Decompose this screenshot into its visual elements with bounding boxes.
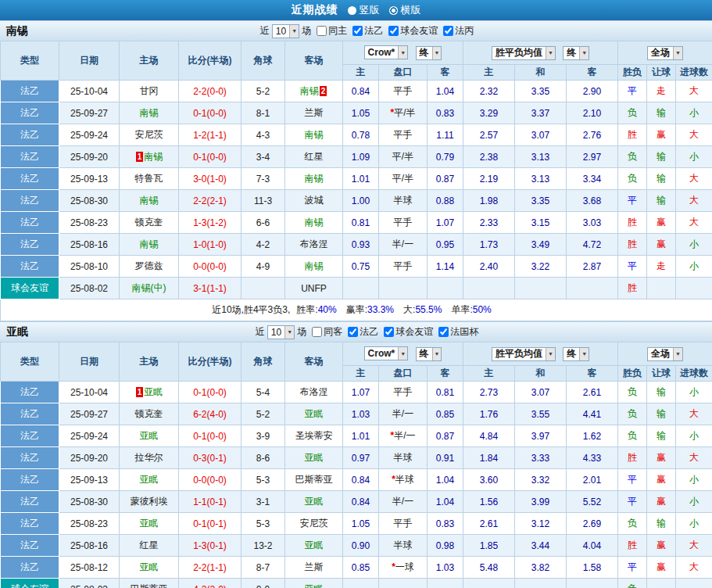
odds-time-select[interactable]: 终▼: [416, 46, 442, 60]
other-comp-checkbox[interactable]: [438, 327, 449, 337]
team-link[interactable]: 亚眠: [140, 561, 159, 572]
same-venue-checkbox[interactable]: [317, 26, 327, 36]
euro-draw-odds: 3.12: [515, 513, 567, 535]
filter-friendly[interactable]: 球会友谊: [388, 24, 438, 38]
scope-select[interactable]: 全场▼: [647, 347, 683, 361]
summary-stat-value: 50%: [473, 304, 492, 315]
euro-away-odds: 1.58: [567, 557, 618, 579]
layout-option-vertical[interactable]: 竖版: [348, 3, 380, 17]
team-link[interactable]: 南锡(中): [132, 282, 166, 293]
layout-option-horizontal[interactable]: 横版: [389, 3, 421, 17]
team-link[interactable]: 南锡: [144, 151, 163, 162]
team-link[interactable]: 罗德兹: [135, 260, 163, 271]
euro-draw-odds: [515, 579, 567, 588]
radio-icon[interactable]: [348, 6, 356, 15]
handicap-result: 赢: [647, 491, 676, 513]
ah-home-odds: 0.84: [343, 81, 379, 102]
match-count-select[interactable]: 10▼: [272, 24, 299, 38]
summary-stat-label: 单率:: [451, 304, 472, 315]
team-link[interactable]: 巴斯蒂亚: [131, 583, 168, 588]
ligue2-checkbox[interactable]: [352, 26, 363, 36]
team-link[interactable]: 蒙彼利埃: [131, 496, 168, 507]
team-link[interactable]: 亚眠: [140, 430, 159, 441]
team-link[interactable]: 特鲁瓦: [135, 173, 163, 184]
friendly-checkbox[interactable]: [388, 26, 399, 36]
match-score: 2-2(1-1): [179, 557, 242, 579]
asian-odds-group-header: Crow*▼ 终▼: [343, 342, 463, 366]
team-link[interactable]: 布洛涅: [300, 386, 328, 397]
match-result: 负: [618, 102, 647, 124]
team-link[interactable]: 布洛涅: [300, 238, 328, 249]
radio-icon[interactable]: [389, 6, 398, 15]
team-link[interactable]: 南锡: [140, 238, 159, 249]
team-link[interactable]: UNFP: [301, 283, 327, 294]
team-link[interactable]: 顿克奎: [135, 408, 163, 419]
other-comp-checkbox[interactable]: [443, 26, 453, 36]
filter-same-venue[interactable]: 同客: [312, 325, 342, 339]
team-link[interactable]: 兰斯: [305, 107, 324, 118]
match-score: 0-1(0-0): [179, 425, 242, 447]
euro-odds-select[interactable]: 胜平负均值▼: [492, 347, 556, 361]
odds-company-select[interactable]: Crow*▼: [364, 346, 409, 360]
filter-same-venue[interactable]: 同主: [317, 24, 347, 38]
team-link[interactable]: 南锡: [140, 195, 159, 206]
filter-other-comp[interactable]: 法丙: [443, 24, 474, 38]
team-link[interactable]: 红星: [140, 540, 159, 550]
scope-select[interactable]: 全场▼: [647, 46, 683, 60]
goals-result: 小: [676, 513, 712, 535]
filter-ligue2[interactable]: 法乙: [348, 325, 378, 339]
team-link[interactable]: 亚眠: [305, 496, 324, 507]
team-link[interactable]: 南锡: [305, 173, 324, 184]
ah-home-odds: [343, 278, 379, 299]
odds-time-select[interactable]: 终▼: [416, 347, 442, 361]
away-team: 南锡: [285, 168, 343, 190]
match-row: 法乙25-08-16红星1-3(0-1)13-2亚眠0.90半球0.981.85…: [1, 535, 712, 557]
team-link[interactable]: 安尼茨: [300, 518, 328, 529]
matches-tbody-1: 法乙25-10-04甘冈2-2(0-0)5-2南锡20.84平手1.042.32…: [1, 81, 712, 321]
ligue2-checkbox[interactable]: [348, 327, 358, 337]
team-link[interactable]: 甘冈: [140, 85, 159, 96]
team-link[interactable]: 亚眠: [305, 452, 324, 463]
team-link[interactable]: 亚眠: [140, 474, 159, 485]
team-link[interactable]: 南锡: [305, 260, 324, 271]
dropdown-arrow-icon: ▼: [546, 348, 555, 360]
ah-home-odds: 0.78: [343, 124, 379, 146]
team-link[interactable]: 圣埃蒂安: [295, 430, 333, 441]
col-goals: 进球数: [676, 366, 712, 382]
team-link[interactable]: 安尼茨: [135, 129, 163, 140]
team-link[interactable]: 亚眠: [305, 408, 324, 419]
match-count-select[interactable]: 10▼: [267, 325, 295, 339]
filter-ligue2[interactable]: 法乙: [352, 24, 383, 38]
euro-time-select[interactable]: 终▼: [563, 46, 589, 60]
team-link[interactable]: 南锡: [305, 129, 324, 140]
team-link[interactable]: 亚眠: [144, 386, 163, 397]
odds-company-select[interactable]: Crow*▼: [364, 45, 409, 59]
team-link[interactable]: 亚眠: [305, 540, 324, 550]
ah-line: 平手: [379, 382, 428, 403]
team-link[interactable]: 波城: [305, 195, 324, 206]
friendly-checkbox[interactable]: [384, 327, 394, 337]
same-venue-checkbox[interactable]: [312, 327, 322, 337]
summary-stat-value: 40%: [318, 304, 337, 315]
team-link[interactable]: 南锡: [140, 107, 159, 118]
match-row: 球会友谊25-08-02南锡(中)3-1(1-1)UNFP胜: [1, 278, 712, 299]
match-date: 25-08-03: [59, 579, 120, 588]
team-link[interactable]: 巴斯蒂亚: [295, 474, 333, 485]
filter-other-comp[interactable]: 法国杯: [438, 325, 478, 339]
euro-away-odds: 5.52: [567, 491, 618, 513]
euro-time-select[interactable]: 终▼: [563, 347, 589, 361]
team-link[interactable]: 南锡: [300, 85, 319, 96]
team-link[interactable]: 亚眠: [305, 583, 324, 588]
match-type: 法乙: [1, 557, 59, 579]
team-link[interactable]: 亚眠: [140, 518, 159, 529]
team-link[interactable]: 红星: [305, 151, 324, 162]
col-handicap-result: 让球: [647, 366, 676, 382]
team-link[interactable]: 兰斯: [305, 561, 324, 572]
handicap-result: [647, 579, 676, 588]
home-team: 罗德兹: [120, 256, 179, 278]
filter-friendly[interactable]: 球会友谊: [384, 325, 433, 339]
team-link[interactable]: 顿克奎: [135, 217, 163, 228]
team-link[interactable]: 南锡: [305, 217, 324, 228]
team-link[interactable]: 拉华尔: [135, 452, 163, 463]
euro-odds-select[interactable]: 胜平负均值▼: [492, 46, 556, 60]
